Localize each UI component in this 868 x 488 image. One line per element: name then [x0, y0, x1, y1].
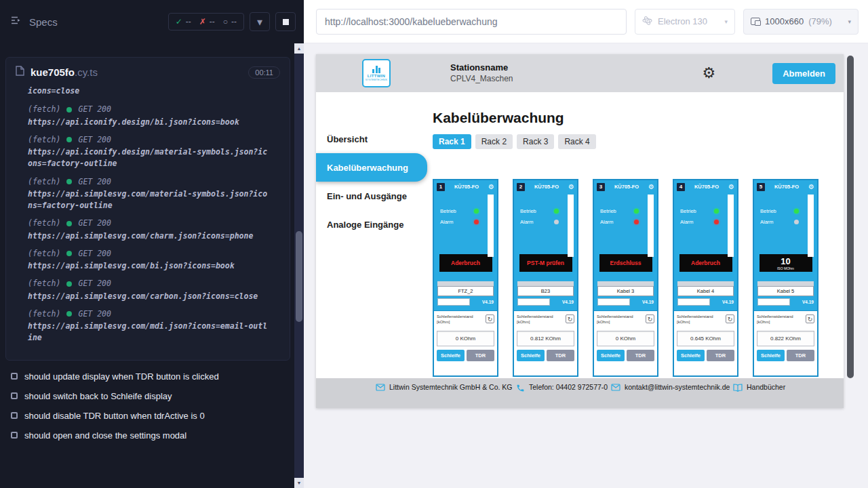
- alarm-label: Alarm: [600, 219, 614, 225]
- aut-scrollbar-thumb[interactable]: [847, 56, 854, 378]
- test-item[interactable]: should update display when TDR button is…: [11, 371, 285, 382]
- tab-rack-4[interactable]: Rack 4: [558, 134, 595, 149]
- betrieb-led: [474, 209, 479, 214]
- log-entry[interactable]: (fetch)GET 200 https://api.simplesvg.com…: [28, 176, 276, 212]
- card-number: 4: [677, 183, 685, 191]
- loop-resistance-label: Schleifenwiderstand [kOhm]: [757, 314, 796, 325]
- main-content: Kabelüberwachung Rack 1 Rack 2 Rack 3 Ra…: [419, 92, 844, 378]
- rack-tabs: Rack 1 Rack 2 Rack 3 Rack 4: [433, 134, 844, 149]
- schleife-button[interactable]: Schleife: [597, 350, 625, 361]
- refresh-icon[interactable]: ↻: [726, 314, 734, 323]
- footer-company[interactable]: Littwin Systemtechnik GmbH & Co. KG: [376, 383, 516, 408]
- log-entry[interactable]: (fetch)GET 200 https://api.simplesvg.com…: [28, 218, 276, 242]
- refresh-icon[interactable]: ↻: [806, 314, 814, 323]
- reporter-scrollbar[interactable]: ▲ ▼: [294, 43, 304, 488]
- tdr-button[interactable]: TDR: [787, 350, 814, 361]
- card-gear-icon[interactable]: ⚙: [808, 184, 814, 190]
- sidebar-nav: Übersicht Kabelüberwachung Ein- und Ausg…: [316, 92, 419, 378]
- http-status: GET 200: [78, 134, 111, 146]
- aut-scrollbar[interactable]: [846, 54, 854, 488]
- display-slot: [677, 298, 710, 306]
- tab-rack-3[interactable]: Rack 3: [517, 134, 554, 149]
- card-gear-icon[interactable]: ⚙: [568, 184, 574, 190]
- test-item[interactable]: should disable TDR button when tdrActive…: [11, 411, 285, 421]
- schleife-button[interactable]: Schleife: [757, 350, 785, 361]
- schleife-button[interactable]: Schleife: [677, 350, 705, 361]
- panel-strip: [808, 195, 814, 257]
- scrollbar-thumb[interactable]: [296, 231, 302, 322]
- panel-strip: [568, 195, 574, 257]
- tab-rack-2[interactable]: Rack 2: [475, 134, 513, 149]
- browser-select[interactable]: Electron 130 ▾: [635, 9, 735, 35]
- sidebar-item-uebersicht[interactable]: Übersicht: [316, 125, 419, 153]
- alarm-label: Alarm: [760, 219, 774, 225]
- footer-email[interactable]: kontakt@littwin-systemtechnik.de: [611, 383, 733, 408]
- http-status: GET 200: [78, 176, 111, 188]
- sidebar-item-ein-und-ausgaenge[interactable]: Ein- und Ausgänge: [316, 182, 419, 210]
- specs-menu-icon[interactable]: [11, 16, 22, 28]
- status-display: Aderbruch: [679, 254, 732, 272]
- betrieb-led: [554, 209, 559, 214]
- mail-icon: [611, 384, 620, 391]
- refresh-icon[interactable]: ↻: [646, 314, 654, 323]
- panel-strip: [648, 195, 654, 257]
- card-gear-icon[interactable]: ⚙: [648, 184, 654, 190]
- spec-extension: .cy.ts: [75, 66, 98, 78]
- footer-manuals[interactable]: Handbücher: [733, 383, 785, 408]
- log-entry[interactable]: (fetch)GET 200 https://api.simplesvg.com…: [28, 248, 276, 272]
- status-dot-icon: [66, 137, 72, 142]
- card-gear-icon[interactable]: ⚙: [488, 184, 494, 190]
- schleife-button[interactable]: Schleife: [517, 350, 545, 361]
- schleife-button[interactable]: Schleife: [437, 350, 465, 361]
- panel-strip: [488, 195, 494, 257]
- status-display: Aderbruch: [439, 254, 492, 272]
- display-slot: [437, 298, 470, 306]
- spec-header[interactable]: kue705fo.cy.ts 00:11: [6, 58, 290, 84]
- log-entry[interactable]: (fetch)GET 200 https://api.iconify.desig…: [28, 104, 276, 128]
- http-status: GET 200: [78, 248, 111, 260]
- alarm-label: Alarm: [520, 219, 534, 225]
- test-item[interactable]: should switch back to Schleife display: [11, 391, 285, 401]
- request-url: https://api.simplesvg.com/bi.json?icons=…: [28, 260, 272, 272]
- refresh-icon[interactable]: ↻: [566, 314, 574, 323]
- card-number: 2: [517, 183, 525, 191]
- tdr-button[interactable]: TDR: [627, 350, 654, 361]
- measurement-section: Schleifenwiderstand [kOhm] ↻ 0.645 KOhm …: [674, 310, 737, 375]
- viewport-control[interactable]: 1000x660 (79%) ▾: [743, 9, 859, 35]
- command-log: icons=close (fetch)GET 200 https://api.i…: [6, 84, 290, 360]
- pending-count: --: [231, 17, 237, 26]
- tdr-button[interactable]: TDR: [467, 350, 494, 361]
- stat-passed: ✓ --: [176, 17, 191, 26]
- sidebar-item-kabelueberwachung[interactable]: Kabelüberwachung: [316, 153, 427, 182]
- loop-resistance-label: Schleifenwiderstand [kOhm]: [677, 314, 716, 325]
- footer-phone[interactable]: Telefon: 04402 972577-0: [516, 383, 611, 408]
- card-number: 1: [437, 183, 445, 191]
- scroll-up-icon[interactable]: ▲: [294, 43, 304, 54]
- card-gear-icon[interactable]: ⚙: [728, 184, 734, 190]
- cable-name: FTZ_2: [437, 286, 494, 296]
- http-status: GET 200: [78, 278, 111, 289]
- scroll-down-icon[interactable]: ▼: [294, 478, 304, 488]
- scrollbar-track[interactable]: [294, 54, 304, 478]
- stop-button[interactable]: [275, 12, 296, 31]
- log-entry[interactable]: (fetch)GET 200 https://api.simplesvg.com…: [28, 278, 276, 302]
- test-item[interactable]: should open and close the settings modal: [11, 430, 285, 441]
- log-entry[interactable]: (fetch)GET 200 https://api.simplesvg.com…: [28, 308, 276, 344]
- firmware-version: V4.19: [802, 300, 814, 304]
- log-entry[interactable]: (fetch)GET 200 https://api.iconify.desig…: [28, 134, 276, 170]
- tdr-button[interactable]: TDR: [547, 350, 574, 361]
- aut-panel: Electron 130 ▾ 1000x660 (79%) ▾ LITTWIN …: [304, 0, 868, 488]
- tab-rack-1[interactable]: Rack 1: [433, 134, 471, 149]
- mail-icon: [376, 384, 385, 391]
- tdr-button[interactable]: TDR: [707, 350, 734, 361]
- status-text: 10: [781, 256, 790, 266]
- viewport-icon: [751, 18, 760, 25]
- device-card-4: 4 KÜ705-FO ⚙ Betrieb Alarm Aderbruch: [673, 179, 738, 377]
- logout-button[interactable]: Abmelden: [772, 63, 835, 84]
- refresh-icon[interactable]: ↻: [486, 314, 494, 323]
- sidebar-item-analoge-eingaenge[interactable]: Analoge Eingänge: [316, 210, 419, 239]
- stat-failed: ✗ --: [199, 17, 215, 26]
- settings-gear-icon[interactable]: ⚙: [702, 66, 715, 81]
- collapse-button[interactable]: ▾: [250, 12, 270, 31]
- url-input[interactable]: [316, 9, 627, 35]
